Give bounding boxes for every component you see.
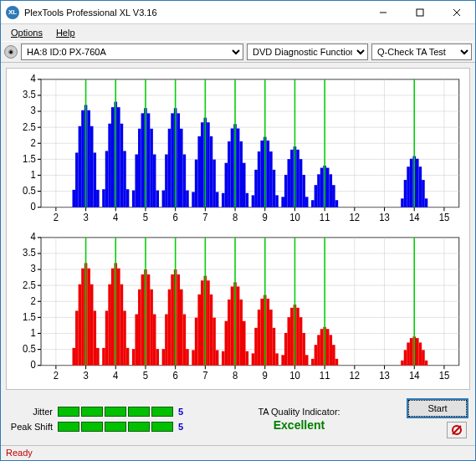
svg-rect-300 <box>258 310 261 366</box>
metric-peakshift: Peak Shift 5 <box>9 422 190 432</box>
svg-rect-282 <box>197 294 201 365</box>
svg-rect-79 <box>87 110 90 207</box>
svg-rect-255 <box>108 284 111 365</box>
close-icon <box>453 8 461 17</box>
svg-text:3: 3 <box>83 369 89 382</box>
results-panel: Jitter 5 Peak Shift 5 TA Quality Indicat… <box>1 395 475 445</box>
svg-rect-160 <box>416 159 419 207</box>
svg-rect-295 <box>239 299 243 365</box>
svg-rect-99 <box>153 155 156 207</box>
svg-rect-121 <box>228 141 231 207</box>
svg-rect-149 <box>320 168 324 207</box>
svg-rect-299 <box>254 327 258 365</box>
svg-rect-289 <box>222 351 225 365</box>
drive-icon: ◉ <box>4 45 18 59</box>
svg-rect-133 <box>267 141 270 207</box>
svg-text:5: 5 <box>143 369 149 382</box>
svg-rect-291 <box>228 299 231 365</box>
svg-rect-137 <box>281 197 284 207</box>
svg-rect-319 <box>320 329 324 365</box>
titlebar: XL PlexTools Professional XL V3.16 <box>1 1 475 24</box>
maximize-icon <box>416 8 424 17</box>
svg-rect-74 <box>73 190 76 207</box>
close-button[interactable] <box>438 1 475 23</box>
svg-rect-1 <box>417 9 423 16</box>
svg-rect-318 <box>317 335 320 365</box>
svg-rect-84 <box>105 151 109 207</box>
svg-rect-116 <box>210 136 213 207</box>
svg-text:3: 3 <box>83 211 89 223</box>
svg-rect-115 <box>207 122 210 207</box>
svg-text:15: 15 <box>439 211 450 223</box>
svg-rect-316 <box>311 358 315 365</box>
svg-rect-327 <box>407 342 410 365</box>
app-icon: XL <box>6 6 19 19</box>
svg-rect-310 <box>290 307 294 365</box>
menu-options[interactable]: Options <box>4 26 49 39</box>
svg-rect-119 <box>222 193 225 207</box>
function-select[interactable]: DVD Diagnostic Functions <box>247 44 368 60</box>
svg-rect-296 <box>243 320 246 365</box>
svg-text:5: 5 <box>143 211 149 223</box>
svg-rect-110 <box>192 192 195 207</box>
svg-text:13: 13 <box>379 369 390 382</box>
svg-rect-139 <box>288 159 291 207</box>
svg-text:14: 14 <box>409 369 420 382</box>
svg-rect-131 <box>260 141 264 207</box>
svg-rect-101 <box>162 191 166 207</box>
svg-text:8: 8 <box>233 211 238 223</box>
quality-label: TA Quality Indicator: <box>200 407 398 417</box>
svg-rect-125 <box>239 141 243 207</box>
svg-text:2: 2 <box>54 211 59 223</box>
svg-rect-112 <box>197 136 201 207</box>
svg-rect-307 <box>281 355 284 365</box>
svg-rect-85 <box>108 124 111 207</box>
maximize-button[interactable] <box>402 1 438 23</box>
start-button[interactable]: Start <box>408 400 467 417</box>
svg-rect-326 <box>404 350 407 365</box>
svg-rect-144 <box>302 175 305 207</box>
stop-button[interactable] <box>447 422 467 438</box>
test-select[interactable]: Q-Check TA Test <box>371 44 472 60</box>
svg-rect-136 <box>275 195 279 207</box>
svg-rect-333 <box>425 360 428 365</box>
svg-rect-245 <box>75 310 79 365</box>
svg-rect-109 <box>186 191 189 207</box>
svg-rect-118 <box>216 192 219 207</box>
svg-rect-134 <box>269 151 273 207</box>
svg-text:6: 6 <box>173 211 179 223</box>
svg-rect-156 <box>404 180 407 207</box>
drive-select[interactable]: HA:8 ID:0 PX-760A <box>21 44 243 60</box>
menu-help[interactable]: Help <box>49 26 82 39</box>
svg-rect-303 <box>267 298 270 365</box>
svg-rect-163 <box>425 198 428 207</box>
svg-text:9: 9 <box>263 369 269 382</box>
svg-rect-272 <box>165 314 168 365</box>
svg-rect-130 <box>258 151 261 207</box>
svg-rect-288 <box>216 350 219 365</box>
svg-text:0: 0 <box>31 201 37 213</box>
svg-rect-324 <box>335 358 339 365</box>
peakshift-label: Peak Shift <box>9 422 53 432</box>
svg-rect-142 <box>296 150 299 207</box>
svg-rect-88 <box>117 107 120 207</box>
svg-text:13: 13 <box>379 211 390 223</box>
svg-rect-301 <box>260 298 264 365</box>
svg-rect-92 <box>132 191 136 207</box>
svg-rect-89 <box>120 124 124 207</box>
svg-rect-94 <box>138 129 141 207</box>
svg-rect-285 <box>207 280 210 365</box>
svg-rect-145 <box>305 197 309 207</box>
minimize-button[interactable] <box>365 1 402 23</box>
svg-text:4: 4 <box>31 74 37 85</box>
svg-rect-153 <box>332 185 335 207</box>
svg-rect-260 <box>123 310 126 365</box>
toolbar: ◉ HA:8 ID:0 PX-760A DVD Diagnostic Funct… <box>1 41 475 63</box>
svg-rect-124 <box>237 128 240 207</box>
svg-rect-278 <box>183 314 187 365</box>
svg-rect-280 <box>192 350 195 365</box>
svg-text:1: 1 <box>31 326 37 339</box>
svg-rect-157 <box>407 166 410 207</box>
svg-rect-147 <box>315 185 318 207</box>
svg-rect-97 <box>147 113 151 207</box>
